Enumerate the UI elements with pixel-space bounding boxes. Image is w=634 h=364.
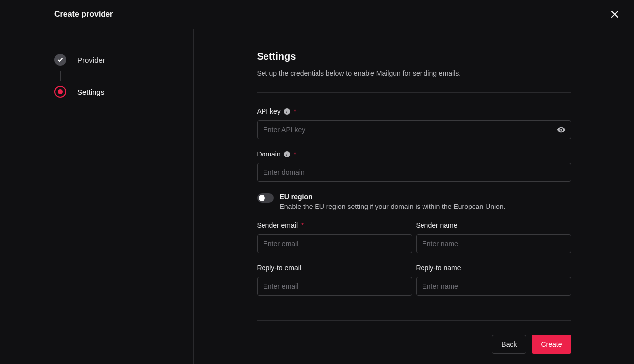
field-sender-email: Sender email* bbox=[257, 221, 412, 253]
step-label: Settings bbox=[77, 88, 104, 96]
info-icon[interactable]: i bbox=[284, 151, 290, 157]
field-label: Reply-to email bbox=[257, 264, 412, 272]
field-reply-name: Reply-to name bbox=[416, 264, 571, 296]
step-sidebar: Provider Settings bbox=[0, 29, 194, 364]
sender-name-input[interactable] bbox=[416, 234, 571, 253]
domain-input[interactable] bbox=[257, 163, 571, 182]
step-settings[interactable]: Settings bbox=[54, 81, 193, 103]
main-panel: Settings Set up the credentials below to… bbox=[194, 29, 634, 364]
reply-email-input[interactable] bbox=[257, 277, 412, 296]
eye-icon bbox=[557, 125, 566, 134]
modal-title: Create provider bbox=[54, 10, 113, 19]
field-api-key: API key i * bbox=[257, 107, 571, 139]
field-label: Domain i * bbox=[257, 150, 571, 158]
field-label: Sender email* bbox=[257, 221, 412, 229]
modal-header: Create provider bbox=[0, 0, 634, 29]
create-button[interactable]: Create bbox=[532, 335, 571, 354]
step-label: Provider bbox=[77, 56, 105, 64]
section-title: Settings bbox=[257, 51, 571, 62]
divider bbox=[257, 320, 571, 321]
field-label: Reply-to name bbox=[416, 264, 571, 272]
sender-email-input[interactable] bbox=[257, 234, 412, 253]
divider bbox=[257, 92, 571, 93]
required-asterisk: * bbox=[301, 221, 304, 229]
field-domain: Domain i * bbox=[257, 150, 571, 182]
settings-form: Settings Set up the credentials below to… bbox=[257, 51, 571, 364]
toggle-title: EU region bbox=[280, 193, 571, 201]
back-button[interactable]: Back bbox=[492, 335, 526, 354]
field-sender-name: Sender name bbox=[416, 221, 571, 253]
field-label: Sender name bbox=[416, 221, 571, 229]
api-key-input[interactable] bbox=[257, 120, 571, 139]
step-connector bbox=[60, 71, 61, 81]
close-icon bbox=[611, 11, 618, 18]
required-asterisk: * bbox=[294, 150, 296, 158]
section-description: Set up the credentials below to enable M… bbox=[257, 69, 571, 77]
eu-region-toggle[interactable] bbox=[257, 193, 274, 203]
step-completed-icon bbox=[54, 54, 66, 66]
toggle-visibility-button[interactable] bbox=[556, 125, 566, 135]
toggle-description: Enable the EU region setting if your dom… bbox=[280, 203, 571, 210]
check-icon bbox=[57, 57, 63, 63]
modal-body: Provider Settings Settings Set up the cr… bbox=[0, 29, 634, 364]
field-reply-email: Reply-to email bbox=[257, 264, 412, 296]
info-icon[interactable]: i bbox=[284, 108, 290, 115]
step-active-icon bbox=[54, 86, 66, 98]
step-provider[interactable]: Provider bbox=[54, 49, 193, 71]
reply-name-input[interactable] bbox=[416, 277, 571, 296]
field-label: API key i * bbox=[257, 107, 571, 115]
close-button[interactable] bbox=[607, 7, 622, 22]
field-eu-region: EU region Enable the EU region setting i… bbox=[257, 193, 571, 210]
form-footer: Back Create bbox=[257, 335, 571, 354]
required-asterisk: * bbox=[294, 107, 296, 115]
